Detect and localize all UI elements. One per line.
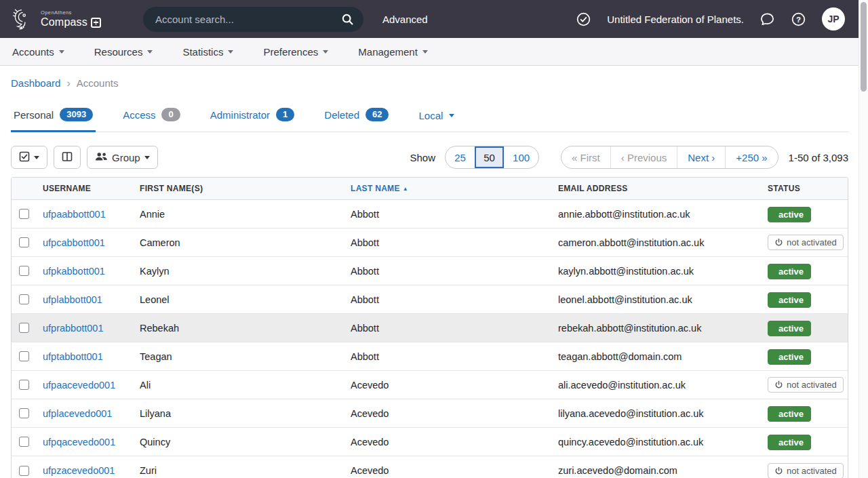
tab-personal[interactable]: Personal 3093 — [11, 108, 96, 132]
tab-access[interactable]: Access 0 — [120, 108, 183, 132]
row-checkbox[interactable] — [19, 266, 29, 276]
account-search-box[interactable] — [143, 7, 363, 32]
jump-250-button[interactable]: +250 » — [725, 146, 777, 168]
page-size-25[interactable]: 25 — [446, 146, 475, 168]
row-checkbox[interactable] — [19, 351, 29, 361]
table-row[interactable]: ufpcabbott001 Cameron Abbott cameron.abb… — [12, 228, 848, 257]
tab-local[interactable]: Local — [416, 110, 457, 132]
status-label: active — [778, 353, 804, 361]
chevron-right-icon: › — [66, 78, 70, 89]
count-badge: 3093 — [60, 108, 93, 121]
next-page-button[interactable]: Next › — [677, 146, 725, 168]
row-checkbox[interactable] — [19, 323, 29, 333]
first-name-cell: Kaylyn — [140, 266, 351, 277]
chevron-down-icon — [449, 114, 454, 120]
advanced-search-link[interactable]: Advanced — [382, 14, 428, 25]
nav-management[interactable]: Management — [358, 46, 428, 58]
previous-page-button[interactable]: ‹ Previous — [610, 146, 677, 168]
status-badge: active — [768, 321, 811, 336]
brand-name-label: Compass — [41, 17, 87, 28]
column-header-username[interactable]: USERNAME — [43, 184, 140, 193]
page-size-50[interactable]: 50 — [475, 146, 504, 168]
username-link[interactable]: ufpcabbott001 — [43, 237, 105, 248]
columns-button[interactable] — [54, 146, 81, 169]
nav-accounts[interactable]: Accounts — [12, 46, 64, 58]
row-checkbox[interactable] — [19, 408, 29, 418]
nav-resources[interactable]: Resources — [94, 46, 153, 58]
page: OpenAthens Compass Advanced — [0, 0, 859, 478]
group-button[interactable]: Group — [87, 146, 158, 169]
username-link[interactable]: ufprabbott001 — [43, 323, 104, 334]
scrollbar-thumb[interactable] — [861, 2, 867, 92]
last-name-cell: Acevedo — [351, 380, 558, 391]
table-toolbar: Group Show 25 50 100 « First ‹ Previous … — [11, 146, 848, 169]
row-checkbox[interactable] — [19, 237, 29, 247]
username-link[interactable]: ufpaacevedo001 — [43, 380, 115, 391]
table-row[interactable]: ufplacevedo001 Lilyana Acevedo lilyana.a… — [12, 399, 848, 428]
result-range-text: 1-50 of 3,093 — [789, 152, 848, 163]
status-badge: active — [768, 406, 811, 422]
svg-text:?: ? — [796, 15, 801, 23]
status-label: not activated — [787, 466, 837, 475]
row-checkbox[interactable] — [19, 294, 29, 304]
username-link[interactable]: ufpaabbott001 — [43, 209, 106, 220]
chevron-down-icon — [34, 156, 39, 162]
owl-logo-icon — [9, 5, 37, 33]
system-status-check-icon[interactable] — [576, 12, 591, 27]
chevron-down-icon — [228, 50, 233, 56]
column-header-email[interactable]: EMAIL ADDRESS — [558, 184, 768, 193]
username-link[interactable]: ufptabbott001 — [43, 351, 103, 362]
table-row[interactable]: ufprabbott001 Rebekah Abbott rebekah.abb… — [12, 314, 848, 342]
username-link[interactable]: ufplabbott001 — [43, 294, 102, 305]
search-icon[interactable] — [341, 13, 354, 26]
accounts-table: USERNAME FIRST NAME(S) LAST NAME▲ EMAIL … — [11, 177, 848, 478]
nav-preferences[interactable]: Preferences — [263, 46, 328, 58]
account-type-tabs: Personal 3093 Access 0 Administrator 1 D… — [11, 108, 848, 132]
first-page-button[interactable]: « First — [561, 146, 610, 168]
account-search-input[interactable] — [155, 14, 341, 25]
status-badge: active — [768, 435, 811, 450]
column-header-first-name[interactable]: FIRST NAME(S) — [140, 184, 351, 193]
status-badge: not activated — [768, 377, 844, 393]
row-checkbox[interactable] — [19, 437, 29, 447]
nav-statistics[interactable]: Statistics — [182, 46, 233, 58]
table-row[interactable]: ufplabbott001 Leonel Abbott leonel.abbot… — [12, 285, 848, 314]
chevron-down-icon — [144, 156, 150, 162]
table-row[interactable]: ufptabbott001 Teagan Abbott teagan.abbot… — [12, 342, 848, 371]
username-link[interactable]: ufpkabbott001 — [43, 266, 105, 277]
brand-top-label: OpenAthens — [41, 10, 101, 16]
page-size-100[interactable]: 100 — [504, 146, 538, 168]
table-row[interactable]: ufpzacevedo001 Zuri Acevedo zuri.acevedo… — [12, 456, 848, 478]
breadcrumb-dashboard-link[interactable]: Dashboard — [11, 77, 60, 89]
user-avatar[interactable]: JP — [822, 7, 845, 31]
username-link[interactable]: ufpqacevedo001 — [43, 437, 115, 447]
row-checkbox[interactable] — [19, 209, 29, 219]
first-name-cell: Teagan — [140, 351, 351, 362]
pagination-group: « First ‹ Previous Next › +250 » — [561, 146, 778, 169]
row-checkbox[interactable] — [19, 380, 29, 390]
count-badge: 0 — [161, 108, 180, 121]
tab-administrator[interactable]: Administrator 1 — [208, 108, 298, 132]
power-icon — [774, 380, 783, 389]
username-link[interactable]: ufpzacevedo001 — [43, 465, 115, 476]
table-row[interactable]: ufpaacevedo001 Ali Acevedo ali.acevedo@i… — [12, 371, 848, 399]
email-cell: ali.acevedo@institution.ac.uk — [558, 380, 768, 391]
email-cell: quincy.acevedo@institution.ac.uk — [558, 437, 768, 447]
username-link[interactable]: ufplacevedo001 — [43, 408, 112, 419]
last-name-cell: Acevedo — [351, 437, 558, 447]
breadcrumb: Dashboard › Accounts — [11, 77, 859, 89]
messages-icon[interactable] — [760, 12, 775, 27]
table-row[interactable]: ufpaabbott001 Annie Abbott annie.abbott@… — [12, 200, 848, 228]
column-header-status[interactable]: STATUS — [768, 184, 848, 193]
column-header-last-name[interactable]: LAST NAME▲ — [351, 184, 558, 193]
tab-deleted[interactable]: Deleted 62 — [321, 108, 391, 132]
select-all-button[interactable] — [11, 146, 47, 169]
openathens-compass-logo[interactable]: OpenAthens Compass — [9, 5, 101, 33]
table-row[interactable]: ufpqacevedo001 Quincy Acevedo quincy.ace… — [12, 428, 848, 456]
columns-icon — [62, 151, 73, 164]
help-icon[interactable]: ? — [791, 12, 806, 27]
table-row[interactable]: ufpkabbott001 Kaylyn Abbott kaylyn.abbot… — [12, 257, 848, 285]
vertical-scrollbar[interactable] — [859, 0, 868, 478]
first-name-cell: Cameron — [140, 237, 351, 248]
row-checkbox[interactable] — [19, 466, 29, 476]
